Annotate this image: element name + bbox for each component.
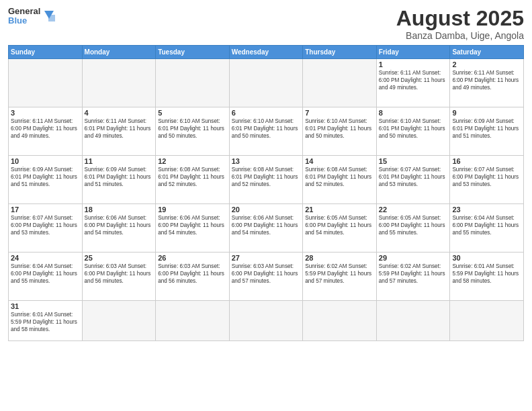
day-number: 23 [452, 205, 521, 214]
day-info: Sunrise: 6:04 AM Sunset: 6:00 PM Dayligh… [452, 214, 521, 236]
day-number: 28 [305, 254, 374, 262]
day-number: 3 [11, 109, 80, 117]
col-monday: Monday [82, 46, 156, 59]
day-info: Sunrise: 6:06 AM Sunset: 6:00 PM Dayligh… [85, 214, 154, 236]
calendar-cell: 9Sunrise: 6:09 AM Sunset: 6:01 PM Daylig… [450, 107, 524, 156]
day-info: Sunrise: 6:09 AM Sunset: 6:01 PM Dayligh… [85, 166, 154, 188]
calendar-header-row: Sunday Monday Tuesday Wednesday Thursday… [9, 46, 524, 59]
day-info: Sunrise: 6:05 AM Sunset: 6:00 PM Dayligh… [305, 214, 374, 236]
day-number: 25 [85, 254, 154, 262]
day-number: 10 [11, 157, 80, 165]
day-number: 14 [305, 157, 374, 165]
calendar-cell: 27Sunrise: 6:03 AM Sunset: 6:00 PM Dayli… [229, 253, 303, 301]
col-wednesday: Wednesday [229, 46, 303, 59]
day-info: Sunrise: 6:08 AM Sunset: 6:01 PM Dayligh… [232, 166, 301, 188]
calendar-cell [82, 301, 156, 341]
day-number: 24 [11, 254, 80, 262]
col-friday: Friday [376, 46, 450, 59]
day-info: Sunrise: 6:04 AM Sunset: 6:00 PM Dayligh… [11, 263, 80, 285]
day-info: Sunrise: 6:10 AM Sunset: 6:01 PM Dayligh… [305, 118, 374, 140]
day-number: 13 [232, 157, 301, 165]
day-number: 26 [158, 254, 227, 262]
calendar-cell: 14Sunrise: 6:08 AM Sunset: 6:01 PM Dayli… [303, 156, 377, 204]
day-number: 7 [305, 109, 374, 117]
day-number: 4 [85, 109, 154, 117]
header: General Blue August 2025 Banza Damba, Ui… [8, 7, 524, 41]
day-info: Sunrise: 6:11 AM Sunset: 6:00 PM Dayligh… [379, 69, 448, 91]
day-number: 8 [379, 109, 448, 117]
calendar-cell: 5Sunrise: 6:10 AM Sunset: 6:01 PM Daylig… [156, 107, 230, 156]
calendar-cell: 6Sunrise: 6:10 AM Sunset: 6:01 PM Daylig… [229, 107, 303, 156]
day-info: Sunrise: 6:02 AM Sunset: 5:59 PM Dayligh… [379, 263, 448, 285]
calendar-cell: 16Sunrise: 6:07 AM Sunset: 6:00 PM Dayli… [450, 156, 524, 204]
day-number: 6 [232, 109, 301, 117]
calendar-cell: 22Sunrise: 6:05 AM Sunset: 6:00 PM Dayli… [376, 204, 450, 253]
day-number: 17 [11, 205, 80, 214]
day-number: 2 [452, 60, 521, 68]
col-sunday: Sunday [9, 46, 83, 59]
calendar-cell: 28Sunrise: 6:02 AM Sunset: 5:59 PM Dayli… [303, 253, 377, 301]
day-info: Sunrise: 6:07 AM Sunset: 6:00 PM Dayligh… [11, 214, 80, 236]
day-info: Sunrise: 6:05 AM Sunset: 6:00 PM Dayligh… [379, 214, 448, 236]
calendar-cell [156, 301, 230, 341]
day-info: Sunrise: 6:03 AM Sunset: 6:00 PM Dayligh… [85, 263, 154, 285]
day-info: Sunrise: 6:07 AM Sunset: 6:00 PM Dayligh… [452, 166, 521, 188]
location-subtitle: Banza Damba, Uige, Angola [396, 30, 524, 41]
logo: General Blue [8, 7, 56, 26]
day-number: 31 [11, 302, 80, 310]
calendar-cell [303, 301, 377, 341]
calendar-cell: 30Sunrise: 6:01 AM Sunset: 5:59 PM Dayli… [450, 253, 524, 301]
day-number: 22 [379, 205, 448, 214]
day-number: 1 [379, 60, 448, 68]
day-info: Sunrise: 6:02 AM Sunset: 5:59 PM Dayligh… [305, 263, 374, 285]
calendar-cell: 12Sunrise: 6:08 AM Sunset: 6:01 PM Dayli… [156, 156, 230, 204]
calendar-cell: 11Sunrise: 6:09 AM Sunset: 6:01 PM Dayli… [82, 156, 156, 204]
day-number: 16 [452, 157, 521, 165]
calendar-cell: 4Sunrise: 6:11 AM Sunset: 6:01 PM Daylig… [82, 107, 156, 156]
calendar-cell: 21Sunrise: 6:05 AM Sunset: 6:00 PM Dayli… [303, 204, 377, 253]
day-info: Sunrise: 6:06 AM Sunset: 6:00 PM Dayligh… [232, 214, 301, 236]
day-number: 5 [158, 109, 227, 117]
calendar-cell [229, 59, 303, 107]
day-number: 15 [379, 157, 448, 165]
calendar-cell [82, 59, 156, 107]
day-info: Sunrise: 6:10 AM Sunset: 6:01 PM Dayligh… [232, 118, 301, 140]
calendar-cell: 8Sunrise: 6:10 AM Sunset: 6:01 PM Daylig… [376, 107, 450, 156]
calendar-cell: 29Sunrise: 6:02 AM Sunset: 5:59 PM Dayli… [376, 253, 450, 301]
col-thursday: Thursday [303, 46, 377, 59]
calendar-cell: 3Sunrise: 6:11 AM Sunset: 6:00 PM Daylig… [9, 107, 83, 156]
col-tuesday: Tuesday [156, 46, 230, 59]
day-info: Sunrise: 6:09 AM Sunset: 6:01 PM Dayligh… [11, 166, 80, 188]
calendar-cell: 24Sunrise: 6:04 AM Sunset: 6:00 PM Dayli… [9, 253, 83, 301]
logo-blue: Blue [8, 16, 40, 26]
calendar-cell: 17Sunrise: 6:07 AM Sunset: 6:00 PM Dayli… [9, 204, 83, 253]
calendar-cell: 26Sunrise: 6:03 AM Sunset: 6:00 PM Dayli… [156, 253, 230, 301]
day-info: Sunrise: 6:08 AM Sunset: 6:01 PM Dayligh… [158, 166, 227, 188]
calendar-cell: 2Sunrise: 6:11 AM Sunset: 6:00 PM Daylig… [450, 59, 524, 107]
day-info: Sunrise: 6:03 AM Sunset: 6:00 PM Dayligh… [232, 263, 301, 285]
calendar-cell: 10Sunrise: 6:09 AM Sunset: 6:01 PM Dayli… [9, 156, 83, 204]
page: General Blue August 2025 Banza Damba, Ui… [0, 0, 532, 411]
svg-rect-1 [48, 15, 55, 21]
col-saturday: Saturday [450, 46, 524, 59]
calendar-cell [450, 301, 524, 341]
day-info: Sunrise: 6:08 AM Sunset: 6:01 PM Dayligh… [305, 166, 374, 188]
day-number: 9 [452, 109, 521, 117]
day-number: 20 [232, 205, 301, 214]
day-number: 12 [158, 157, 227, 165]
day-number: 30 [452, 254, 521, 262]
calendar-cell [376, 301, 450, 341]
calendar-cell: 25Sunrise: 6:03 AM Sunset: 6:00 PM Dayli… [82, 253, 156, 301]
day-info: Sunrise: 6:11 AM Sunset: 6:01 PM Dayligh… [85, 118, 154, 140]
logo-general: General [8, 7, 40, 16]
calendar-cell [9, 59, 83, 107]
day-info: Sunrise: 6:03 AM Sunset: 6:00 PM Dayligh… [158, 263, 227, 285]
calendar-cell: 13Sunrise: 6:08 AM Sunset: 6:01 PM Dayli… [229, 156, 303, 204]
calendar-cell: 31Sunrise: 6:01 AM Sunset: 5:59 PM Dayli… [9, 301, 83, 341]
calendar-cell: 18Sunrise: 6:06 AM Sunset: 6:00 PM Dayli… [82, 204, 156, 253]
calendar-cell: 1Sunrise: 6:11 AM Sunset: 6:00 PM Daylig… [376, 59, 450, 107]
day-info: Sunrise: 6:09 AM Sunset: 6:01 PM Dayligh… [452, 118, 521, 140]
calendar-cell: 7Sunrise: 6:10 AM Sunset: 6:01 PM Daylig… [303, 107, 377, 156]
day-info: Sunrise: 6:10 AM Sunset: 6:01 PM Dayligh… [158, 118, 227, 140]
day-info: Sunrise: 6:11 AM Sunset: 6:00 PM Dayligh… [11, 118, 80, 140]
